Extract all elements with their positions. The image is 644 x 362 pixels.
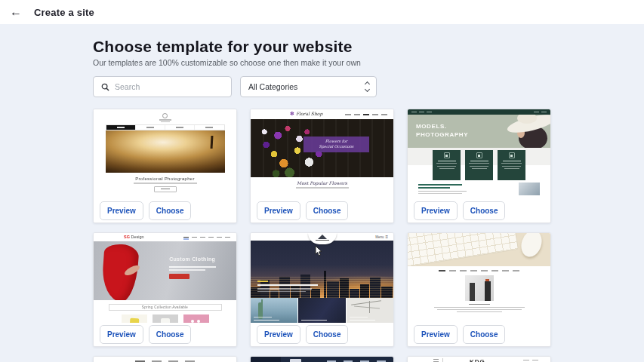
decor-bar bbox=[437, 309, 522, 310]
preview-button[interactable]: Preview bbox=[100, 201, 143, 220]
template-card-sg-design: SG Design bbox=[93, 232, 237, 347]
divider-line bbox=[442, 358, 443, 362]
mountain-logo-icon bbox=[318, 235, 327, 239]
decor-bar bbox=[541, 112, 547, 112]
mouse-cursor-icon bbox=[314, 245, 323, 257]
preview-button[interactable]: Preview bbox=[414, 201, 458, 220]
decor-bar bbox=[257, 291, 306, 293]
decor-bar bbox=[316, 240, 329, 241]
mini-navbar bbox=[408, 109, 550, 115]
decor-bar bbox=[183, 237, 189, 238]
decor-bar bbox=[481, 270, 488, 272]
hero-line: MODELS. bbox=[416, 123, 468, 131]
mini-nav-item bbox=[106, 125, 135, 130]
dress-shape bbox=[129, 318, 139, 323]
product-thumb bbox=[153, 314, 178, 323]
mini-nav-item bbox=[165, 125, 194, 130]
preview-button[interactable]: Preview bbox=[257, 201, 300, 220]
section-heading: Choose template for your website bbox=[93, 38, 644, 56]
product-thumb bbox=[122, 314, 147, 323]
decor-bar bbox=[457, 311, 502, 312]
sketch-photo bbox=[347, 298, 393, 323]
decor-bar bbox=[434, 307, 525, 308]
mini-photo bbox=[519, 183, 540, 195]
preview-button[interactable]: Preview bbox=[414, 325, 458, 344]
decor-bar bbox=[418, 193, 462, 194]
decor-bar bbox=[161, 189, 170, 190]
decor-bar bbox=[439, 168, 454, 169]
category-selected-value: All Categories bbox=[248, 82, 297, 91]
decor-bar bbox=[200, 237, 205, 238]
tulip-bouquet-photo: Flowers for Special Occasions bbox=[251, 119, 393, 177]
choose-button[interactable]: Choose bbox=[463, 201, 506, 220]
decor-dot bbox=[445, 155, 448, 157]
mini-button bbox=[154, 186, 177, 192]
search-box[interactable] bbox=[93, 76, 232, 97]
sketch-line bbox=[351, 300, 381, 305]
mini-brand: KDG bbox=[470, 358, 485, 362]
choose-button[interactable]: Choose bbox=[149, 325, 192, 344]
card-actions: Preview Choose bbox=[408, 199, 550, 222]
section-subheading: Our templates are 100% customizable so c… bbox=[93, 58, 644, 67]
mini-header: ✽ Floral Shop bbox=[251, 109, 393, 119]
choose-button[interactable]: Choose bbox=[149, 201, 192, 220]
decor-bar bbox=[381, 114, 387, 115]
card-actions: Preview Choose bbox=[251, 199, 393, 222]
decor-bar bbox=[513, 270, 519, 272]
card-actions: Preview Choose bbox=[251, 323, 393, 346]
mini-nav-items bbox=[523, 360, 538, 360]
decor-bar bbox=[532, 360, 538, 360]
filter-toolbar: All Categories bbox=[93, 76, 644, 97]
yellow-dress-photo bbox=[122, 314, 147, 323]
decor-bar bbox=[350, 317, 368, 318]
choose-button[interactable]: Choose bbox=[306, 325, 349, 344]
top-bar: ← Create a site bbox=[0, 0, 644, 24]
menu-label: Menu bbox=[375, 235, 384, 239]
template-grid: Professional Photographer Preview Choose… bbox=[93, 109, 553, 362]
decor-bar bbox=[159, 119, 171, 121]
card-actions: Preview Choose bbox=[94, 199, 236, 222]
feature-tile bbox=[498, 150, 525, 180]
decor-bar bbox=[117, 127, 125, 128]
page-title: Create a site bbox=[34, 7, 94, 18]
decor-bar bbox=[225, 237, 230, 238]
decor-bar bbox=[344, 360, 353, 362]
preview-button[interactable]: Preview bbox=[100, 325, 143, 344]
decor-bar bbox=[146, 127, 154, 128]
decor-lines bbox=[433, 359, 439, 362]
template-card-models: MODELS. PHOTOGRAPHY bbox=[407, 109, 551, 223]
mini-site-title: Professional Photographer bbox=[94, 176, 236, 181]
pink-floral-photo bbox=[183, 314, 209, 323]
decor-bar bbox=[354, 114, 360, 115]
decor-bar bbox=[469, 304, 490, 305]
template-thumbnail-business bbox=[408, 233, 550, 323]
mini-section: Most Popular Flowers bbox=[251, 177, 393, 199]
flower-dot bbox=[191, 320, 194, 323]
decor-bar bbox=[208, 237, 214, 238]
hero-text-line: Special Occasions bbox=[319, 144, 353, 150]
search-input[interactable] bbox=[115, 82, 225, 91]
choose-button[interactable]: Choose bbox=[463, 325, 506, 344]
back-arrow-icon[interactable]: ← bbox=[10, 6, 22, 18]
decor-bar bbox=[217, 237, 222, 238]
decor-bar bbox=[301, 320, 327, 321]
decor-bar bbox=[205, 127, 213, 128]
office-meeting-photo bbox=[465, 275, 494, 301]
category-dropdown[interactable]: All Categories bbox=[240, 76, 377, 97]
content-area: Choose template for your website Our tem… bbox=[0, 24, 644, 362]
feature-tiles bbox=[408, 150, 550, 180]
decor-bar bbox=[460, 270, 467, 272]
content-inner: Choose template for your website Our tem… bbox=[0, 24, 644, 362]
hero-text-overlay: Flowers for Special Occasions bbox=[304, 137, 369, 152]
decor-bar bbox=[503, 161, 521, 161]
decor-bar bbox=[169, 266, 216, 268]
statue-of-liberty-photo bbox=[251, 298, 297, 323]
decor-bar bbox=[469, 163, 489, 164]
decor-bar bbox=[427, 112, 432, 112]
decor-bar bbox=[491, 270, 498, 272]
preview-button[interactable]: Preview bbox=[257, 325, 300, 344]
template-card-city: Menu ≡ bbox=[250, 232, 394, 347]
choose-button[interactable]: Choose bbox=[306, 201, 349, 220]
product-thumbnails bbox=[94, 314, 236, 323]
decor-bar bbox=[438, 161, 456, 161]
